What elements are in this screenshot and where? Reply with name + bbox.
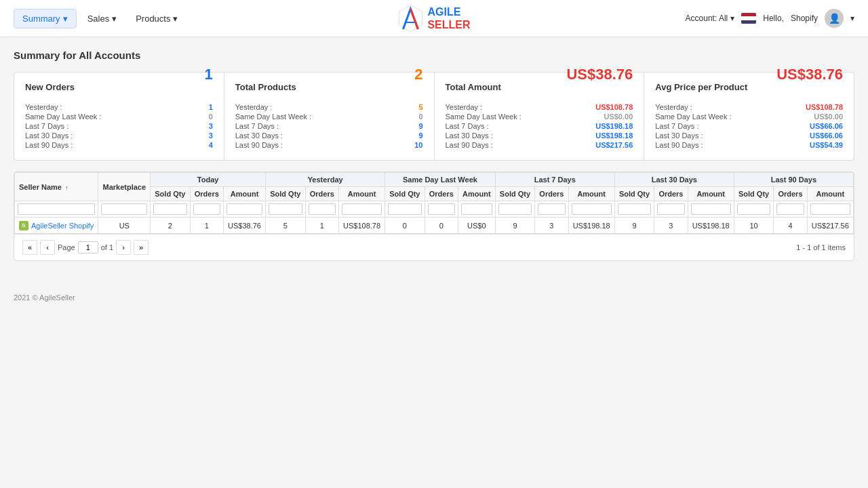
filter-input[interactable] bbox=[428, 203, 455, 215]
account-selector[interactable]: Account: All ▾ bbox=[686, 14, 735, 23]
th-yesterday-sold-qty: Sold Qty bbox=[266, 187, 305, 201]
header: Summary ▾ Sales ▾ Products ▾ AGILE SELLE… bbox=[0, 0, 868, 37]
th-yesterday: Yesterday bbox=[266, 173, 385, 187]
data-table: Seller Name ↑ Marketplace Today Yesterda… bbox=[14, 172, 854, 234]
th-sdlw-orders: Orders bbox=[425, 187, 458, 201]
pagination: « ‹ Page of 1 › » 1 - 1 of 1 items bbox=[14, 234, 854, 260]
filter-today-sold-qty[interactable] bbox=[151, 201, 190, 218]
card-rows: Yesterday :1 Same Day Last Week :0 Last … bbox=[25, 103, 213, 149]
card-title: Total Products bbox=[235, 82, 296, 92]
card-row: Same Day Last Week :0 bbox=[25, 113, 213, 121]
filter-input[interactable] bbox=[810, 203, 850, 215]
nav-sales[interactable]: Sales ▾ bbox=[79, 9, 125, 28]
card-main-value: US$38.76 bbox=[566, 66, 633, 83]
filter-last90-orders[interactable] bbox=[774, 201, 807, 218]
card-main-value: 2 bbox=[414, 66, 422, 83]
th-last7-sold-qty: Sold Qty bbox=[495, 187, 534, 201]
card-row: Last 30 Days :3 bbox=[25, 131, 213, 140]
filter-seller-name[interactable] bbox=[15, 201, 98, 218]
th-yesterday-amount: Amount bbox=[338, 187, 384, 201]
filter-input[interactable] bbox=[461, 203, 492, 215]
page-number-input[interactable] bbox=[78, 241, 98, 253]
card-row: Last 7 Days :9 bbox=[235, 122, 423, 130]
cell-today-sold-qty: 2 bbox=[151, 218, 190, 234]
next-page-button[interactable]: › bbox=[116, 240, 131, 255]
cell-last30-sold-qty: 9 bbox=[614, 218, 654, 234]
filter-input[interactable] bbox=[498, 203, 532, 215]
last-page-button[interactable]: » bbox=[134, 240, 149, 255]
nav-products[interactable]: Products ▾ bbox=[127, 9, 186, 28]
filter-today-amount[interactable] bbox=[223, 201, 265, 218]
filter-last30-amount[interactable] bbox=[688, 201, 734, 218]
nav-sales-label: Sales bbox=[87, 14, 110, 24]
filter-input[interactable] bbox=[776, 203, 804, 215]
filter-marketplace[interactable] bbox=[98, 201, 151, 218]
nav-summary[interactable]: Summary ▾ bbox=[14, 9, 77, 28]
filter-input[interactable] bbox=[269, 203, 302, 215]
first-page-button[interactable]: « bbox=[22, 240, 37, 255]
filter-sdlw-orders[interactable] bbox=[425, 201, 458, 218]
filter-yesterday-sold-qty[interactable] bbox=[266, 201, 305, 218]
sort-arrow-icon: ↑ bbox=[65, 184, 68, 191]
card-row: Last 30 Days :US$66.06 bbox=[655, 131, 843, 140]
cell-marketplace: US bbox=[98, 218, 151, 234]
card-row: Last 30 Days :US$198.18 bbox=[446, 131, 633, 140]
filter-input[interactable] bbox=[226, 203, 262, 215]
seller-name-link[interactable]: AgileSeller Shopify bbox=[31, 222, 94, 230]
avatar-icon: 👤 bbox=[829, 13, 840, 24]
filter-seller-name-input[interactable] bbox=[18, 203, 95, 215]
th-seller-name[interactable]: Seller Name ↑ bbox=[15, 173, 98, 201]
cell-today-amount: US$38.76 bbox=[223, 218, 265, 234]
table-filter-row bbox=[15, 201, 854, 218]
prev-page-button[interactable]: ‹ bbox=[40, 240, 55, 255]
filter-last7-sold-qty[interactable] bbox=[495, 201, 534, 218]
filter-input[interactable] bbox=[737, 203, 770, 215]
th-same-day-last-week: Same Day Last Week bbox=[385, 173, 496, 187]
logo: AGILE SELLER bbox=[397, 3, 470, 33]
filter-input[interactable] bbox=[193, 203, 220, 215]
th-today-sold-qty: Sold Qty bbox=[151, 187, 190, 201]
card-row: Last 7 Days :US$198.18 bbox=[446, 122, 633, 130]
filter-yesterday-amount[interactable] bbox=[338, 201, 384, 218]
filter-last7-orders[interactable] bbox=[535, 201, 568, 218]
filter-input[interactable] bbox=[618, 203, 651, 215]
chevron-down-icon: ▾ bbox=[112, 14, 117, 24]
filter-last30-sold-qty[interactable] bbox=[614, 201, 654, 218]
filter-marketplace-input[interactable] bbox=[101, 203, 147, 215]
page-title: Summary for All Accounts bbox=[14, 49, 854, 61]
chevron-down-icon: ▾ bbox=[173, 14, 178, 24]
footer-label: 2021 © AgileSeller bbox=[14, 293, 75, 302]
filter-last7-amount[interactable] bbox=[568, 201, 614, 218]
cell-today-orders: 1 bbox=[190, 218, 223, 234]
filter-last30-orders[interactable] bbox=[654, 201, 688, 218]
chevron-down-icon: ▾ bbox=[850, 14, 854, 23]
filter-input[interactable] bbox=[342, 203, 382, 215]
filter-input[interactable] bbox=[388, 203, 421, 215]
card-row: Last 7 Days :3 bbox=[25, 122, 213, 130]
filter-yesterday-orders[interactable] bbox=[305, 201, 338, 218]
filter-last90-sold-qty[interactable] bbox=[734, 201, 773, 218]
cell-yesterday-sold-qty: 5 bbox=[266, 218, 305, 234]
filter-input[interactable] bbox=[691, 203, 731, 215]
filter-sdlw-sold-qty[interactable] bbox=[385, 201, 425, 218]
filter-today-orders[interactable] bbox=[190, 201, 223, 218]
th-last90-orders: Orders bbox=[774, 187, 807, 201]
avatar[interactable]: 👤 bbox=[825, 9, 844, 28]
filter-last90-amount[interactable] bbox=[807, 201, 853, 218]
filter-input[interactable] bbox=[657, 203, 684, 215]
filter-input[interactable] bbox=[153, 203, 186, 215]
th-last30-sold-qty: Sold Qty bbox=[614, 187, 654, 201]
filter-input[interactable] bbox=[309, 203, 336, 215]
card-row: Yesterday :US$108.78 bbox=[446, 103, 633, 111]
card-row: Yesterday :5 bbox=[235, 103, 423, 111]
filter-input[interactable] bbox=[538, 203, 565, 215]
summary-cards: New Orders 1 Yesterday :1 Same Day Last … bbox=[14, 72, 854, 161]
filter-sdlw-amount[interactable] bbox=[458, 201, 495, 218]
th-today: Today bbox=[151, 173, 266, 187]
hello-label: Hello, bbox=[763, 14, 784, 23]
card-row: Same Day Last Week :0 bbox=[235, 113, 423, 121]
filter-input[interactable] bbox=[572, 203, 612, 215]
th-last-7-days: Last 7 Days bbox=[495, 173, 614, 187]
card-row: Same Day Last Week :US$0.00 bbox=[446, 113, 633, 121]
nav-products-label: Products bbox=[136, 14, 170, 24]
